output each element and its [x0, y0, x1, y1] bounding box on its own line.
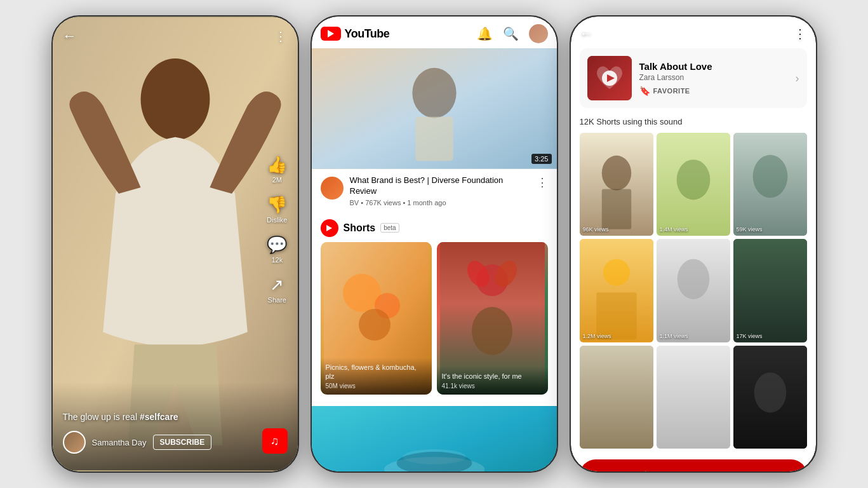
phone-3-screen: ← ⋮	[571, 17, 816, 471]
svg-rect-5	[415, 117, 453, 161]
svg-rect-37	[657, 346, 730, 449]
svg-point-28	[752, 155, 787, 198]
grid-cell-6-inner: 17K views	[733, 239, 807, 342]
dislike-label: Dislike	[267, 216, 287, 224]
share-label: Share	[268, 296, 286, 304]
short-1-caption: Picnics, flowers & kombucha, plz	[326, 363, 427, 381]
shorts-logo-icon	[321, 219, 338, 237]
grid-cell-6-bg: 17K views	[733, 239, 807, 342]
youtube-logo-icon	[321, 27, 341, 41]
grid-cell-5[interactable]: 1.1M views	[657, 239, 730, 342]
short-1-views: 50M views	[326, 383, 427, 390]
share-button[interactable]: ↗ Share	[268, 275, 286, 304]
header-icons: 🔔 🔍	[477, 24, 548, 43]
song-card: Talk About Love Zara Larsson 🔖 FAVORITE …	[580, 48, 807, 108]
like-button[interactable]: 👍 2M	[267, 155, 287, 184]
bell-icon[interactable]: 🔔	[477, 26, 493, 41]
video-figure	[53, 17, 298, 471]
song-title: Talk About Love	[639, 61, 788, 72]
grid-cell-8-inner	[657, 346, 730, 449]
use-this-sound-button[interactable]: 📷 USE THIS SOUND	[580, 459, 807, 471]
grid-cell-9-inner	[733, 346, 807, 449]
video-info: What Brand is Best? | Diverse Foundation…	[312, 169, 557, 213]
short-1-overlay: Picnics, flowers & kombucha, plz 50M vie…	[321, 358, 432, 395]
video-meta: What Brand is Best? | Diverse Foundation…	[350, 175, 530, 207]
grid-cell-3-inner: 59K views	[733, 133, 807, 236]
shorts-beta-badge: beta	[380, 223, 399, 233]
grid-cell-9[interactable]	[733, 346, 807, 449]
phone-1-screen: ← ⋮ 👍 2M 👎 Dislike 💬 12k ↗	[53, 17, 298, 471]
right-actions-panel: 👍 2M 👎 Dislike 💬 12k ↗ Share	[267, 155, 287, 304]
svg-point-23	[601, 156, 631, 191]
song-info: Talk About Love Zara Larsson 🔖 FAVORITE	[639, 61, 788, 96]
favorite-button[interactable]: 🔖 FAVORITE	[639, 86, 690, 96]
video-caption-area: The glow up is real #selfcare Samantha D…	[63, 412, 253, 454]
back-button[interactable]: ←	[63, 28, 77, 44]
channel-row: Samantha Day SUBSCRIBE	[63, 431, 253, 454]
channel-avatar[interactable]	[321, 177, 344, 200]
grid-cell-9-bg	[733, 346, 807, 449]
svg-point-33	[677, 259, 709, 299]
shorts-video-background: ← ⋮ 👍 2M 👎 Dislike 💬 12k ↗	[53, 17, 298, 471]
grid-cell-4[interactable]: 1.2M views	[580, 239, 653, 342]
grid-cell-2[interactable]: 1.4M views	[657, 133, 730, 236]
grid-cell-3[interactable]: 59K views	[733, 133, 807, 236]
like-count: 2M	[272, 176, 282, 184]
svg-rect-36	[580, 346, 653, 449]
grid-row-3	[580, 346, 807, 449]
grid-cell-4-bg: 1.2M views	[580, 239, 653, 342]
grid-cell-7[interactable]	[580, 346, 653, 449]
grid-cell-7-inner	[580, 346, 653, 449]
grid-cell-8[interactable]	[657, 346, 730, 449]
short-2-overlay: It's the iconic style, for me 41.1k view…	[437, 367, 548, 394]
channel-name: Samantha Day	[92, 438, 147, 447]
grid-cell-1-bg: 96K views	[580, 133, 653, 236]
video-thumbnail[interactable]: 3:25	[312, 48, 557, 169]
back-button-3[interactable]: ←	[580, 25, 594, 42]
music-button[interactable]: ♫	[262, 428, 288, 454]
phone1-top-bar: ← ⋮	[63, 28, 288, 44]
chevron-right-icon: ›	[796, 72, 799, 85]
next-video-thumbnail[interactable]	[312, 406, 557, 471]
bookmark-icon: 🔖	[639, 86, 650, 96]
short-card-1[interactable]: Picnics, flowers & kombucha, plz 50M vie…	[321, 242, 432, 395]
user-avatar[interactable]	[529, 24, 548, 43]
dislike-button[interactable]: 👎 Dislike	[267, 195, 287, 224]
grid-cell-4-views: 1.2M views	[583, 333, 611, 339]
svg-point-26	[676, 159, 710, 200]
favorite-label: FAVORITE	[653, 87, 690, 95]
shorts-header: Shorts beta	[312, 213, 557, 242]
subscribe-button[interactable]: SUBSCRIBE	[153, 435, 212, 450]
grid-cell-6[interactable]: 17K views	[733, 239, 807, 342]
video-duration: 3:25	[531, 154, 551, 164]
shorts-grid: Picnics, flowers & kombucha, plz 50M vie…	[312, 242, 557, 403]
grid-cell-3-bg: 59K views	[733, 133, 807, 236]
camera-icon: 📷	[643, 468, 657, 471]
video-thumb-bg	[312, 48, 557, 169]
grid-cell-5-inner: 1.1M views	[657, 239, 730, 342]
grid-cell-6-views: 17K views	[737, 333, 763, 339]
video-more-button[interactable]: ⋮	[537, 175, 548, 189]
use-sound-bar: 📷 USE THIS SOUND	[571, 452, 816, 471]
svg-point-1	[140, 58, 210, 140]
grid-cell-7-bg	[580, 346, 653, 449]
search-icon[interactable]: 🔍	[503, 26, 519, 41]
short-2-views: 41.1k views	[442, 383, 543, 390]
song-artist: Zara Larsson	[639, 73, 788, 82]
grid-cell-8-bg	[657, 346, 730, 449]
grid-cell-1[interactable]: 96K views	[580, 133, 653, 236]
grid-cell-2-views: 1.4M views	[660, 226, 688, 233]
grid-cell-2-bg: 1.4M views	[657, 133, 730, 236]
svg-rect-24	[601, 189, 631, 229]
short-2-caption: It's the iconic style, for me	[442, 372, 543, 381]
svg-point-30	[603, 259, 629, 286]
more-options-button-3[interactable]: ⋮	[794, 26, 807, 41]
short-card-2[interactable]: It's the iconic style, for me 41.1k view…	[437, 242, 548, 395]
video-sub-info: BV • 767K views • 1 month ago	[350, 199, 530, 207]
music-icon: ♫	[270, 435, 279, 448]
comment-button[interactable]: 💬 12k	[267, 235, 287, 264]
video-title: What Brand is Best? | Diverse Foundation…	[350, 175, 530, 197]
svg-rect-34	[733, 239, 807, 342]
more-options-button[interactable]: ⋮	[274, 29, 288, 44]
grid-cell-1-inner: 96K views	[580, 133, 653, 236]
